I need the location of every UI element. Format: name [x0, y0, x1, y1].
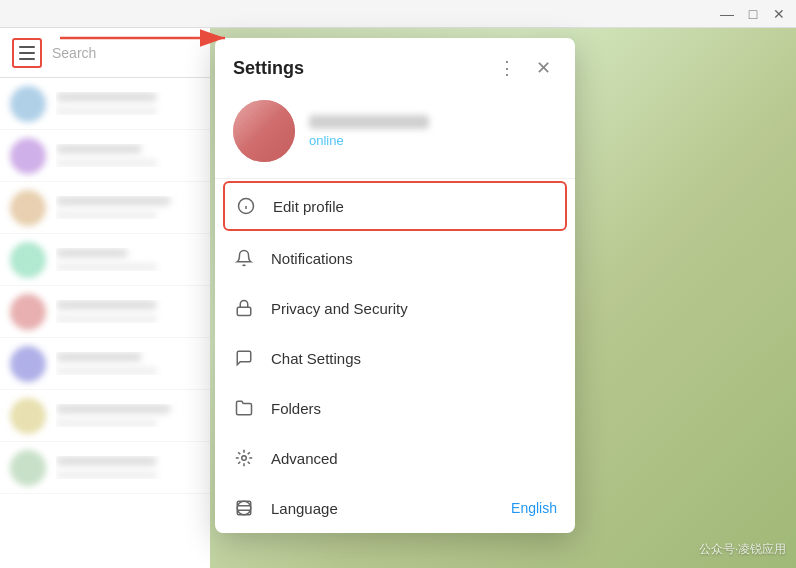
chat-name	[56, 248, 128, 258]
list-item[interactable]	[0, 442, 210, 494]
avatar	[10, 398, 46, 434]
bell-icon	[233, 247, 255, 269]
menu-item-edit-profile[interactable]: Edit profile	[223, 181, 567, 231]
avatar	[10, 138, 46, 174]
hamburger-line-2	[19, 52, 35, 54]
sidebar: Search	[0, 28, 210, 568]
lock-icon	[233, 297, 255, 319]
maximize-button[interactable]: □	[744, 5, 762, 23]
avatar	[233, 100, 295, 162]
chat-name	[56, 300, 157, 310]
avatar	[10, 86, 46, 122]
modal-title: Settings	[233, 58, 304, 79]
minimize-button[interactable]: —	[718, 5, 736, 23]
chat-preview	[56, 471, 157, 479]
list-item[interactable]	[0, 390, 210, 442]
language-value: English	[511, 500, 557, 516]
chat-name	[56, 352, 142, 362]
menu-item-notifications[interactable]: Notifications	[215, 233, 575, 283]
menu-label: Notifications	[271, 250, 557, 267]
sidebar-header: Search	[0, 28, 210, 78]
settings-modal: Settings ⋮ ✕ online Edit profile	[215, 38, 575, 533]
menu-label: Privacy and Security	[271, 300, 557, 317]
close-modal-button[interactable]: ✕	[529, 54, 557, 82]
avatar	[10, 450, 46, 486]
search-placeholder: Search	[52, 45, 96, 61]
chat-preview	[56, 211, 157, 219]
svg-point-8	[242, 456, 247, 461]
menu-item-folders[interactable]: Folders	[215, 383, 575, 433]
modal-header-actions: ⋮ ✕	[493, 54, 557, 82]
advanced-icon	[233, 447, 255, 469]
window-chrome: — □ ✕	[0, 0, 796, 28]
list-item[interactable]	[0, 130, 210, 182]
menu-label: Folders	[271, 400, 557, 417]
menu-label: Advanced	[271, 450, 557, 467]
avatar	[10, 346, 46, 382]
menu-list: Edit profile Notifications	[215, 181, 575, 533]
chat-name	[56, 196, 171, 206]
avatar	[10, 190, 46, 226]
list-item[interactable]	[0, 338, 210, 390]
watermark: 公众号·凌锐应用	[699, 541, 786, 558]
info-icon	[235, 195, 257, 217]
chat-preview	[56, 263, 157, 271]
folder-icon	[233, 397, 255, 419]
chat-name	[56, 456, 157, 466]
avatar	[10, 242, 46, 278]
chat-icon	[233, 347, 255, 369]
more-options-button[interactable]: ⋮	[493, 54, 521, 82]
language-icon	[233, 497, 255, 519]
profile-status: online	[309, 133, 429, 148]
list-item[interactable]	[0, 234, 210, 286]
chat-name	[56, 404, 171, 414]
menu-item-language[interactable]: Language English	[215, 483, 575, 533]
list-item[interactable]	[0, 286, 210, 338]
profile-section: online	[215, 90, 575, 179]
menu-item-advanced[interactable]: Advanced	[215, 433, 575, 483]
menu-label: Chat Settings	[271, 350, 557, 367]
avatar	[10, 294, 46, 330]
chat-preview	[56, 315, 157, 323]
hamburger-line-1	[19, 46, 35, 48]
menu-item-privacy-security[interactable]: Privacy and Security	[215, 283, 575, 333]
chat-preview	[56, 107, 157, 115]
profile-info: online	[309, 115, 429, 148]
list-item[interactable]	[0, 182, 210, 234]
menu-label: Language	[271, 500, 495, 517]
hamburger-button[interactable]	[12, 38, 42, 68]
hamburger-line-3	[19, 58, 35, 60]
chat-name	[56, 92, 157, 102]
chat-preview	[56, 367, 157, 375]
chat-preview	[56, 159, 157, 167]
chat-preview	[56, 419, 157, 427]
svg-rect-7	[237, 307, 251, 315]
menu-item-chat-settings[interactable]: Chat Settings	[215, 333, 575, 383]
menu-label: Edit profile	[273, 198, 555, 215]
chat-list	[0, 78, 210, 568]
profile-name	[309, 115, 429, 129]
modal-header: Settings ⋮ ✕	[215, 38, 575, 90]
chat-name	[56, 144, 142, 154]
list-item[interactable]	[0, 78, 210, 130]
close-button[interactable]: ✕	[770, 5, 788, 23]
